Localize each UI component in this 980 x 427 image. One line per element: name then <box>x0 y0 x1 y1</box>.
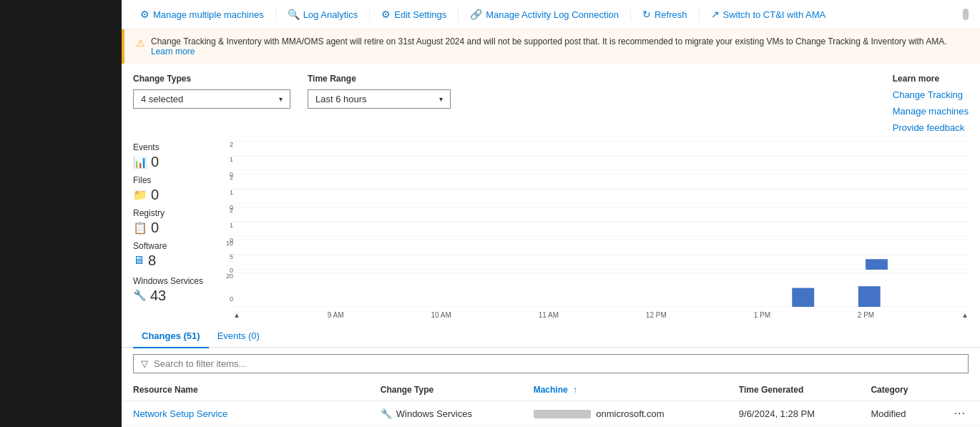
svg-rect-12 <box>866 260 888 270</box>
chevron-down-icon: ▾ <box>279 95 283 103</box>
time-axis-end-arrow: ▲ <box>961 311 969 319</box>
registry-icon: 📋 <box>133 221 147 235</box>
link-icon: 🔗 <box>470 9 482 20</box>
category-cell: Modified <box>859 401 939 426</box>
retirement-banner: ⚠ Change Tracking & Inventory with MMA/O… <box>122 29 980 64</box>
svg-rect-16 <box>858 287 881 308</box>
windows-services-count: 43 <box>150 288 166 304</box>
machine-suffix: onmicrosoft.com <box>596 408 664 419</box>
time-axis-10am: 10 AM <box>431 311 451 319</box>
events-icon: 📊 <box>133 155 147 169</box>
external-link-icon: ↗ <box>711 9 720 20</box>
registry-label: Registry <box>133 208 165 218</box>
change-type-cell: 🔧 Windows Services <box>369 401 522 426</box>
svg-rect-15 <box>792 288 814 307</box>
toolbar-divider-5 <box>699 7 700 21</box>
gear-icon: ⚙ <box>140 9 150 20</box>
manage-machines-link[interactable]: Manage machines <box>893 104 969 119</box>
windows-services-label: Windows Services <box>133 276 203 286</box>
time-generated-cell: 9/6/2024, 1:28 PM <box>727 401 860 426</box>
time-axis: ▲ 9 AM 10 AM 11 AM 12 PM 1 PM 2 PM ▲ <box>233 310 969 322</box>
toolbar-divider <box>275 7 276 21</box>
software-label: Software <box>133 241 167 251</box>
warning-icon: ⚠ <box>136 37 145 49</box>
search-input[interactable] <box>154 358 961 369</box>
files-icon: 📁 <box>133 188 147 202</box>
files-chart-row: Files 📁 0 210 <box>133 174 969 204</box>
chevron-down-icon-2: ▾ <box>439 95 443 103</box>
software-chart-svg <box>233 240 969 270</box>
refresh-icon: ↻ <box>642 9 651 20</box>
time-axis-12pm: 12 PM <box>646 311 667 319</box>
change-types-filter: Change Types 4 selected ▾ <box>133 74 290 109</box>
refresh-button[interactable]: ↻ Refresh <box>635 4 695 24</box>
col-machine: Machine ↑ <box>522 379 727 401</box>
change-tracking-link[interactable]: Change Tracking <box>893 88 969 103</box>
chart-area: Events 📊 0 210 <box>122 141 980 322</box>
registry-chart-svg <box>233 207 969 237</box>
search-icon: 🔍 <box>288 9 300 20</box>
windows-services-icon: 🔧 <box>381 408 392 419</box>
software-chart-row: Software 🖥 8 1050 <box>133 240 969 270</box>
col-resource-name: Resource Name <box>122 379 369 401</box>
windows-services-chart-row: Windows Services 🔧 43 20 0 <box>133 273 969 307</box>
data-table: Resource Name Change Type Machine ↑ Time… <box>122 379 980 427</box>
events-chart-row: Events 📊 0 210 <box>133 141 969 171</box>
registry-chart-row: Registry 📋 0 210 <box>133 207 969 237</box>
tab-changes[interactable]: Changes (51) <box>133 325 209 348</box>
log-analytics-button[interactable]: 🔍 Log Analytics <box>280 4 366 24</box>
toolbar-divider-3 <box>458 7 459 21</box>
time-range-filter: Time Range Last 6 hours ▾ <box>308 74 451 109</box>
col-category: Category <box>859 379 939 401</box>
filters-row: Change Types 4 selected ▾ Time Range Las… <box>122 64 980 141</box>
time-axis-2pm: 2 PM <box>858 311 874 319</box>
resource-name-cell: Network Setup Service <box>122 401 369 426</box>
time-range-dropdown[interactable]: Last 6 hours ▾ <box>308 89 451 109</box>
machine-cell: onmicrosoft.com <box>522 401 727 426</box>
edit-settings-button[interactable]: ⚙ Edit Settings <box>374 4 454 24</box>
search-bar[interactable]: ▽ <box>133 354 969 373</box>
learn-more-link[interactable]: Learn more <box>151 46 195 57</box>
change-types-dropdown[interactable]: 4 selected ▾ <box>133 89 290 109</box>
software-icon: 🖥 <box>133 254 144 267</box>
windows-services-icon: 🔧 <box>133 289 147 302</box>
files-label: Files <box>133 175 159 185</box>
resource-link[interactable]: Network Setup Service <box>133 408 227 419</box>
settings-icon: ⚙ <box>381 9 391 20</box>
manage-machines-button[interactable]: ⚙ Manage multiple machines <box>133 4 271 24</box>
files-chart-svg <box>233 174 969 204</box>
table-row: Network Setup Service 🔧 Windows Services… <box>122 401 980 426</box>
tabs-row: Changes (51) Events (0) <box>122 325 980 348</box>
toolbar-divider-2 <box>369 7 370 21</box>
filter-icon: ▽ <box>141 358 148 369</box>
time-axis-11am: 11 AM <box>539 311 559 319</box>
more-options-cell: ··· <box>940 401 980 426</box>
col-change-type: Change Type <box>369 379 522 401</box>
toolbar-divider-4 <box>630 7 631 21</box>
events-chart-svg <box>233 141 969 171</box>
col-time-generated: Time Generated <box>727 379 860 401</box>
sort-arrow: ↑ <box>573 385 577 395</box>
tab-events[interactable]: Events (0) <box>209 325 268 348</box>
events-count: 0 <box>151 154 159 170</box>
windows-services-chart-svg <box>233 273 969 307</box>
switch-ct-button[interactable]: ↗ Switch to CT&I with AMA <box>704 4 833 24</box>
time-axis-start-arrow: ▲ <box>233 311 240 319</box>
provide-feedback-link[interactable]: Provide feedback <box>893 121 969 136</box>
time-axis-9am: 9 AM <box>328 311 344 319</box>
learn-more-section: Learn more Change Tracking Manage machin… <box>893 74 969 135</box>
scrollbar[interactable] <box>963 9 969 20</box>
registry-count: 0 <box>151 220 159 236</box>
manage-activity-button[interactable]: 🔗 Manage Activity Log Connection <box>463 4 626 24</box>
files-count: 0 <box>151 187 159 203</box>
time-axis-1pm: 1 PM <box>754 311 770 319</box>
more-options-button[interactable]: ··· <box>951 407 969 420</box>
machine-bar <box>534 410 591 418</box>
events-label: Events <box>133 142 160 152</box>
software-count: 8 <box>148 252 156 269</box>
toolbar: ⚙ Manage multiple machines 🔍 Log Analyti… <box>122 0 980 29</box>
